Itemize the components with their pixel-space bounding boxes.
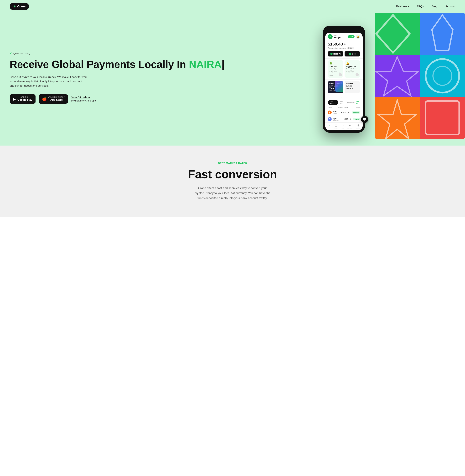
nav-account[interactable]: Account — [445, 5, 455, 8]
btc-name: Bitcoin — [333, 113, 337, 114]
eth-name: Ethereum — [333, 119, 339, 121]
check-icon: ✔ — [10, 52, 12, 55]
sell-nav-icon: ⇄ — [341, 124, 344, 127]
dot-3[interactable] — [346, 97, 347, 97]
eth-symbol: ETH — [333, 117, 339, 119]
chat-fab[interactable]: 💬 — [361, 116, 368, 123]
section-label: BEST MARKET RATES — [10, 162, 455, 165]
settings-label: Settings — [356, 127, 361, 129]
phone-promo-row: ✕ Wheel spin is now live on Crane Spin n… — [325, 80, 363, 94]
eye-icon[interactable]: 👁 — [344, 43, 346, 45]
nav-features[interactable]: Features ▾ — [396, 5, 409, 8]
points-value: 50 — [351, 36, 353, 38]
autosell-card[interactable]: 💚 Auto-sell Auto sell your crypto when i… — [328, 60, 343, 78]
google-play-button[interactable]: ▶ GET IT ON Google play — [10, 94, 35, 103]
cryptoalert-arrow: → — [356, 73, 359, 76]
svg-point-3 — [433, 66, 452, 85]
phone-screen: F Hey Fisayo ⚡ 50 🔔 — [325, 33, 363, 130]
promo-card-1[interactable]: ✕ Wheel spin is now live on Crane Spin n… — [328, 81, 343, 93]
balance-label: Estimated total balance in NGN ▾ — [328, 47, 360, 49]
currency-badge[interactable]: NGN ▾ — [347, 47, 354, 49]
qr-link[interactable]: Show QR code to — [71, 96, 90, 99]
phone-tabs: Top gainers Top losers Favourites See al… — [325, 99, 363, 106]
btc-info: BTC Bitcoin — [333, 111, 337, 114]
app-store-text: Available on the App Store — [48, 96, 65, 102]
cryptoalert-card[interactable]: 🔔 Crypto Alert Get notified when crypto … — [345, 60, 360, 78]
promo-card-2[interactable]: Limited ti... avatars Explore → — [345, 81, 360, 93]
svg-point-2 — [426, 59, 459, 93]
dot-2[interactable] — [344, 97, 344, 97]
phone-balance: $169.43 👁 Estimated total balance in NGN… — [325, 40, 363, 51]
see-all-link[interactable]: See all — [356, 101, 360, 104]
nav-links: Features ▾ FAQs Blog Account — [396, 5, 455, 8]
app-store-button[interactable]: 🍎 Available on the App Store — [39, 94, 68, 103]
navbar: ✦ Crane Features ▾ FAQs Blog Account — [0, 0, 465, 13]
btc-change: +10.15% — [352, 111, 360, 114]
dot-1[interactable] — [341, 97, 342, 97]
hero-left: ✔ Quick and easy Receive Global Payments… — [10, 52, 232, 103]
eth-change: +8.15% — [353, 118, 360, 120]
apple-icon: 🍎 — [42, 97, 47, 101]
autosell-title: Auto-sell — [329, 66, 342, 68]
bg-cell-1 — [375, 13, 420, 55]
svg-marker-4 — [378, 100, 416, 139]
crypto-row-eth[interactable]: Ξ ETH Ethereum ₦589,246 +8.15% — [328, 116, 360, 123]
sell-icon: ↑ — [349, 53, 351, 55]
conversion-description: Crane offers a fast and seamless way to … — [194, 186, 271, 201]
cryptoalert-title: Crypto Alert — [346, 66, 359, 68]
phone-action-row: ↓ Receive ↑ Sell — [325, 51, 363, 58]
logo-button[interactable]: ✦ Crane — [10, 3, 29, 10]
points-badge: ⚡ 50 — [348, 35, 355, 38]
conversion-section: BEST MARKET RATES Fast conversion Crane … — [0, 145, 465, 217]
logo-icon: ✦ — [13, 5, 16, 8]
badge-text: Quick and easy — [13, 52, 30, 55]
tab-top-gainers[interactable]: Top gainers — [328, 100, 338, 105]
hero-description: Cash-out crypto to your local currency, … — [10, 75, 87, 88]
promo-overlay — [335, 81, 343, 92]
hey-text: Hey — [334, 35, 340, 36]
receive-button[interactable]: ↓ Receive — [328, 51, 343, 56]
bg-cell-3 — [375, 55, 420, 97]
svg-rect-5 — [426, 101, 459, 135]
features-label: Features — [396, 5, 407, 8]
nav-item-home[interactable]: ⌂ Home — [327, 124, 330, 129]
sell-label: Sell — [341, 127, 344, 129]
settings-icon: ⚙ — [357, 124, 359, 127]
svg-marker-0 — [376, 15, 410, 53]
btc-icon: ₿ — [328, 111, 332, 114]
promo2-title: Limited ti... avatars — [346, 83, 359, 87]
tab-top-losers[interactable]: Top losers — [340, 101, 346, 104]
bg-cell-4 — [420, 55, 465, 97]
hero-right: F Hey Fisayo ⚡ 50 🔔 — [232, 23, 455, 133]
bg-cell-2 — [420, 13, 465, 55]
phone-features-row: 💚 Auto-sell Auto sell your crypto when i… — [325, 59, 363, 79]
qr-text: Show QR code to download the Crane app — [71, 96, 96, 103]
crypto-row-btc[interactable]: ₿ BTC Bitcoin ₦14,897,057 +10.15% — [328, 109, 360, 116]
promo2-explore[interactable]: Explore → — [346, 88, 359, 89]
chevron-down-icon: ▾ — [408, 5, 409, 8]
eth-info: ETH Ethereum — [333, 117, 339, 121]
sell-button[interactable]: ↑ Sell — [345, 51, 360, 56]
phone-user: F Hey Fisayo — [328, 34, 340, 39]
conversion-title: Fast conversion — [10, 168, 455, 181]
hero-title: Receive Global Payments Locally In NAIRA… — [10, 59, 226, 70]
notification-icon[interactable]: 🔔 — [356, 34, 360, 39]
nav-blog[interactable]: Blog — [432, 5, 437, 8]
phone-frame: F Hey Fisayo ⚡ 50 🔔 — [323, 26, 365, 133]
receive-icon: ↓ — [330, 53, 333, 55]
phone-mockup: F Hey Fisayo ⚡ 50 🔔 — [323, 26, 365, 133]
cryptoalert-icon: 🔔 — [346, 62, 359, 65]
hero-title-highlight: NAIRA — [189, 59, 222, 70]
nav-item-sell[interactable]: ⇄ Sell — [341, 124, 344, 129]
tab-favourites[interactable]: Favourites — [347, 102, 355, 103]
rewards-icon: ★ — [349, 124, 351, 127]
nav-item-settings[interactable]: ⚙ Settings — [356, 124, 361, 129]
home-icon: ⌂ — [328, 124, 330, 127]
nav-faqs[interactable]: FAQs — [417, 5, 424, 8]
nav-item-wallet[interactable]: ◫ Wallet — [334, 124, 338, 129]
home-label: Home — [327, 127, 330, 129]
user-name: Fisayo — [334, 36, 340, 39]
col-change: Change — [355, 107, 360, 108]
nav-item-rewards[interactable]: ★ Rewards — [347, 124, 352, 129]
phone-header-right: ⚡ 50 🔔 — [348, 34, 360, 39]
